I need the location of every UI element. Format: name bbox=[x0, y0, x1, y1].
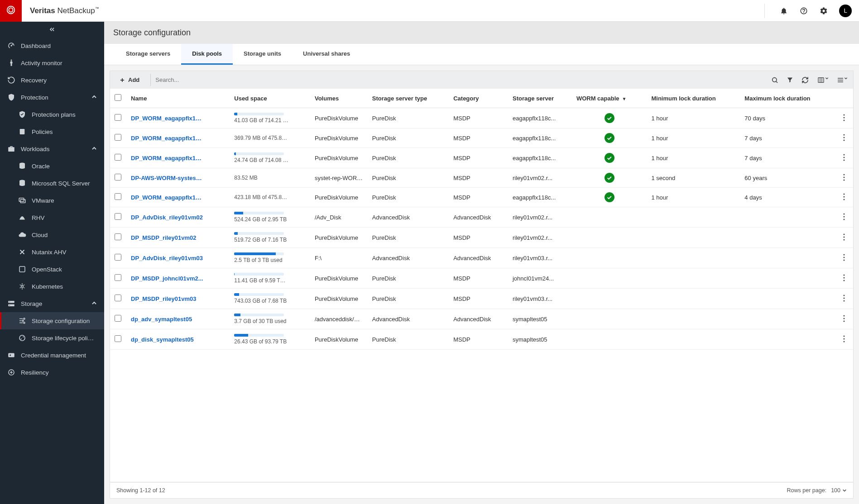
nav-label: VMware bbox=[32, 197, 97, 204]
category-cell: AdvancedDisk bbox=[449, 207, 508, 228]
disk-pool-name-link[interactable]: DP_MSDP_johncl01vm2... bbox=[131, 275, 203, 282]
row-menu-button[interactable] bbox=[840, 176, 849, 182]
svg-point-10 bbox=[21, 285, 24, 288]
storage-icon bbox=[7, 300, 15, 308]
sidebar-item-protection-plans[interactable]: Protection plans bbox=[0, 106, 104, 123]
row-menu-button[interactable] bbox=[840, 156, 849, 162]
row-checkbox[interactable] bbox=[115, 174, 121, 181]
row-checkbox[interactable] bbox=[115, 335, 121, 342]
settings-icon[interactable] bbox=[819, 6, 828, 15]
row-checkbox[interactable] bbox=[115, 295, 121, 301]
sidebar-item-credential-management[interactable]: Credential management bbox=[0, 347, 104, 364]
add-button[interactable]: Add bbox=[115, 75, 143, 85]
config-icon bbox=[18, 317, 26, 325]
row-menu-button[interactable] bbox=[840, 195, 849, 202]
row-menu-button[interactable] bbox=[840, 296, 849, 303]
tab-universal-shares[interactable]: Universal shares bbox=[292, 44, 361, 65]
disk-pool-name-link[interactable]: DP_WORM_eagappflx11... bbox=[131, 194, 203, 201]
row-checkbox[interactable] bbox=[115, 254, 121, 261]
brand-spiral-icon bbox=[6, 5, 16, 17]
sidebar-item-protection[interactable]: Protection bbox=[0, 89, 104, 106]
row-checkbox[interactable] bbox=[115, 274, 121, 281]
row-checkbox[interactable] bbox=[115, 154, 121, 161]
col-category[interactable]: Category bbox=[449, 89, 508, 108]
col-maxlock[interactable]: Maximum lock duration bbox=[740, 89, 835, 108]
disk-pool-name-link[interactable]: DP_WORM_eagappflx11... bbox=[131, 135, 203, 142]
row-menu-button[interactable] bbox=[840, 337, 849, 344]
table-row: DP-AWS-WORM-systest-... 83.52 MB systet-… bbox=[110, 168, 853, 188]
row-menu-button[interactable] bbox=[840, 317, 849, 323]
page-title: Storage configuration bbox=[104, 22, 859, 44]
col-minlock[interactable]: Minimum lock duration bbox=[647, 89, 740, 108]
row-checkbox[interactable] bbox=[115, 134, 121, 141]
row-checkbox[interactable] bbox=[115, 114, 121, 121]
row-checkbox[interactable] bbox=[115, 315, 121, 322]
row-menu-button[interactable] bbox=[840, 276, 849, 283]
tab-storage-servers[interactable]: Storage servers bbox=[115, 44, 181, 65]
row-menu-button[interactable] bbox=[840, 215, 849, 222]
col-used[interactable]: Used space bbox=[230, 89, 310, 108]
sidebar-item-oracle[interactable]: Oracle bbox=[0, 157, 104, 175]
col-volumes[interactable]: Volumes bbox=[310, 89, 368, 108]
sidebar-item-storage-configuration[interactable]: Storage configuration bbox=[0, 312, 104, 329]
disk-pool-name-link[interactable]: dp_disk_symapltest05 bbox=[131, 336, 203, 343]
tab-disk-pools[interactable]: Disk pools bbox=[181, 44, 233, 65]
sidebar-item-storage-lifecycle-policies[interactable]: Storage lifecycle policies bbox=[0, 329, 104, 347]
select-all-checkbox[interactable] bbox=[115, 94, 121, 101]
tab-storage-units[interactable]: Storage units bbox=[233, 44, 292, 65]
sidebar-item-activity-monitor[interactable]: Activity monitor bbox=[0, 54, 104, 71]
row-menu-button[interactable] bbox=[840, 235, 849, 242]
search-input[interactable] bbox=[150, 74, 766, 86]
disk-pool-name-link[interactable]: DP_MSDP_riley01vm03 bbox=[131, 295, 203, 302]
recovery-icon bbox=[7, 76, 15, 84]
svg-point-42 bbox=[843, 233, 845, 235]
db-icon bbox=[18, 179, 26, 187]
disk-pool-name-link[interactable]: DP-AWS-WORM-systest-... bbox=[131, 175, 203, 181]
svg-point-37 bbox=[843, 196, 845, 197]
refresh-icon[interactable] bbox=[801, 76, 809, 84]
row-menu-button[interactable] bbox=[840, 256, 849, 262]
row-checkbox[interactable] bbox=[115, 213, 121, 220]
disk-pool-name-link[interactable]: DP_AdvDisk_riley01vm02 bbox=[131, 214, 203, 221]
sidebar-item-nutanix-ahv[interactable]: Nutanix AHV bbox=[0, 243, 104, 261]
disk-pool-name-link[interactable]: DP_MSDP_riley01vm02 bbox=[131, 234, 203, 241]
min-lock-cell bbox=[647, 329, 740, 350]
nav-label: Cloud bbox=[32, 232, 97, 238]
col-worm[interactable]: WORM capable▼ bbox=[572, 89, 647, 108]
svg-rect-23 bbox=[818, 77, 824, 82]
sidebar-item-policies[interactable]: Policies bbox=[0, 123, 104, 140]
columns-icon[interactable] bbox=[817, 76, 829, 84]
sidebar-item-recovery[interactable]: Recovery bbox=[0, 71, 104, 89]
disk-pool-name-link[interactable]: DP_WORM_eagappflx11... bbox=[131, 115, 203, 122]
sidebar-item-resiliency[interactable]: Resiliency bbox=[0, 364, 104, 381]
min-lock-cell: 1 hour bbox=[647, 108, 740, 128]
disk-pool-name-link[interactable]: DP_WORM_eagappflx11... bbox=[131, 155, 203, 162]
sidebar-item-rhv[interactable]: RHV bbox=[0, 209, 104, 226]
notifications-icon[interactable] bbox=[779, 6, 788, 15]
density-icon[interactable] bbox=[837, 76, 848, 84]
filter-icon[interactable] bbox=[787, 76, 793, 83]
rows-per-page-select[interactable]: 100 bbox=[831, 487, 847, 494]
col-sstype[interactable]: Storage server type bbox=[368, 89, 449, 108]
row-checkbox[interactable] bbox=[115, 233, 121, 240]
sidebar-collapse-button[interactable] bbox=[0, 22, 104, 37]
user-avatar[interactable]: L bbox=[839, 5, 852, 17]
sidebar-item-kubernetes[interactable]: Kubernetes bbox=[0, 278, 104, 295]
disk-pool-name-link[interactable]: DP_AdvDisk_riley01vm03 bbox=[131, 255, 203, 262]
sidebar-item-workloads[interactable]: Workloads bbox=[0, 140, 104, 157]
sidebar-item-openstack[interactable]: OpenStack bbox=[0, 261, 104, 278]
row-menu-button[interactable] bbox=[840, 136, 849, 143]
table-row: DP_AdvDisk_riley01vm03 2.5 TB of 3 TB us… bbox=[110, 248, 853, 268]
sidebar-item-dashboard[interactable]: Dashboard bbox=[0, 37, 104, 54]
help-icon[interactable] bbox=[799, 6, 808, 15]
col-sserver[interactable]: Storage server bbox=[508, 89, 572, 108]
sidebar-item-microsoft-sql-server[interactable]: Microsoft SQL Server bbox=[0, 175, 104, 192]
disk-pool-name-link[interactable]: dp_adv_symapltest05 bbox=[131, 316, 203, 323]
sidebar-item-storage[interactable]: Storage bbox=[0, 295, 104, 312]
search-icon[interactable] bbox=[771, 76, 778, 84]
row-checkbox[interactable] bbox=[115, 193, 121, 200]
sidebar-item-cloud[interactable]: Cloud bbox=[0, 226, 104, 243]
sidebar-item-vmware[interactable]: VMware bbox=[0, 192, 104, 209]
col-name[interactable]: Name bbox=[126, 89, 230, 108]
row-menu-button[interactable] bbox=[840, 116, 849, 123]
